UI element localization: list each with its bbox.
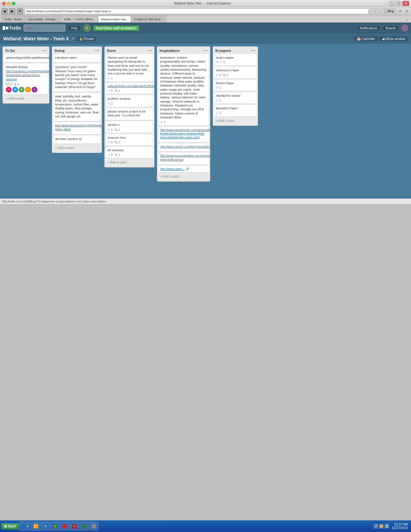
tab-img-weekly[interactable]: Img Weekly - home/p... <box>25 16 60 22</box>
go-button[interactable]: → <box>370 8 379 14</box>
app1-icon <box>63 524 67 528</box>
card-done-7[interactable]: alt sessions ✓ 0 📎 1 <box>106 147 153 158</box>
card-lit-3-footer: ✓ 1 <box>216 86 255 89</box>
avatar-3: N <box>19 87 24 93</box>
card-done-3[interactable]: problem analysis ✓ 1 <box>106 95 153 106</box>
add-card-done-btn[interactable]: + Add a card... <box>106 159 153 165</box>
list-lit-papers-menu-btn[interactable]: ⋯ <box>251 48 255 53</box>
taskbar-app1[interactable] <box>60 522 69 531</box>
card-done-1[interactable]: Please send an email apologizing for bei… <box>106 54 153 82</box>
tab-ways[interactable]: 5 Ways to Take Scre... <box>131 16 166 22</box>
window-close-btn[interactable]: ✕ <box>403 1 409 6</box>
list-doing: Doing ⋯ Literature topics Questions: yea… <box>52 46 102 153</box>
card-todo-1[interactable]: optionologyminifar.asp/electronapplicati… <box>4 54 48 62</box>
card-lit-3[interactable]: Peters Paper ✓ 1 <box>214 80 257 91</box>
start-label: Start <box>8 524 16 528</box>
card-insp-2[interactable]: http://www.sensorsmag.com/sensors/leak-l… <box>158 127 209 142</box>
card-done-2[interactable]: webcal://trello.com/calendar/523fc51450a… <box>106 83 153 94</box>
card-doing-3[interactable]: Matt: turbidity, bod, salinity Pete: ph,… <box>53 93 101 121</box>
reload-button[interactable]: ↻ <box>17 8 23 15</box>
card-lit-5[interactable]: Bennett's Paper ✓ 1 <box>214 105 257 116</box>
list-done-menu-btn[interactable]: ⋯ <box>147 48 152 53</box>
card-done-1-text: Please send an email apologizing for bei… <box>108 56 151 76</box>
card-insp-4[interactable]: http://www.practicalandino.com/projects/… <box>158 153 209 164</box>
window-controls <box>2 2 15 5</box>
card-insp-5[interactable]: http://news.open-... 🔗 <box>158 166 209 172</box>
window-restore-btn[interactable]: □ <box>396 1 402 6</box>
card-done-3-check: ✓ 1 <box>108 102 113 105</box>
maximize-button[interactable] <box>12 2 15 5</box>
card-insp-3[interactable]: http://www.upconi.com/blog7/posts/bf=wat… <box>158 143 209 152</box>
tab-trello-site[interactable]: Trello - 1 more1 SBOs... <box>61 16 98 22</box>
add-card-todo-btn[interactable]: + Add a card... <box>4 95 48 102</box>
card-insp-1[interactable]: Brainstorm: Arduino programmable microch… <box>158 54 209 125</box>
tab-wetland[interactable]: Wetland Water Met... <box>98 16 131 22</box>
card-doing-4[interactable]: http://www.agroproperti.no/Wetlands Wate… <box>53 122 101 134</box>
new-staff-banner[interactable]: Root (New staff available!) <box>93 26 139 31</box>
card-done-5-footer: ✓ 1 📎 1 <box>108 128 151 131</box>
avatar-4: R <box>25 87 31 93</box>
window-minimize-btn[interactable]: _ <box>389 1 395 6</box>
sys-icon-2: 📶 <box>379 524 384 528</box>
card-doing-2[interactable]: Questions: year round? Volume? How many … <box>53 64 101 92</box>
list-done-header: Done ⋯ <box>104 46 154 54</box>
card-done-5-check: ✓ 1 <box>108 128 113 131</box>
unknown-icon <box>92 524 96 528</box>
trello-logo-icon <box>3 26 8 30</box>
card-doing-2-text: Questions: year round? Volume? How many … <box>55 65 99 89</box>
card-done-4[interactable]: please rename project to be WetLand - II… <box>106 108 153 120</box>
card-done-5-attach: 📎 1 <box>114 128 120 131</box>
board-header-right: 📅 Calendar ◀ Show window <box>354 36 408 41</box>
tools-icon[interactable]: ⚙ <box>404 9 410 14</box>
explorer-icon <box>34 524 38 528</box>
list-doing-cards: Literature topics Questions: year round?… <box>52 54 102 145</box>
list-todo-menu-btn[interactable]: ⋯ <box>42 48 47 53</box>
card-lit-4[interactable]: needed for review ✓ 1 <box>214 92 257 103</box>
tab-trello-home[interactable]: Trello - Home <box>1 16 24 22</box>
word-icon: W <box>43 524 48 528</box>
card-lit-2[interactable]: Solomon's Paper ✓ 2 📎 7 <box>214 67 257 78</box>
boards-button[interactable]: Boards <box>383 25 399 31</box>
header-search-input[interactable] <box>24 25 65 32</box>
card-lit-5-footer: ✓ 1 <box>216 112 255 115</box>
add-card-inspirations-btn[interactable]: + Add a card... <box>158 173 209 180</box>
forward-button[interactable]: ▶ <box>9 8 15 15</box>
trello-logo: Trello <box>3 25 21 31</box>
board-private-badge: 🔒 Private <box>77 36 96 41</box>
board-title-edit-icon[interactable]: ✎ <box>72 37 74 41</box>
address-bar[interactable]: http://trellotest.com/2/board/IVmLkpC/we… <box>24 8 369 14</box>
start-button[interactable]: ⊞ Start <box>1 523 18 529</box>
card-doing-5[interactable]: decision (section 4) <box>53 135 101 143</box>
show-window-button[interactable]: ◀ Show window <box>379 36 408 41</box>
browser-nav: ◀ ▶ ↻ http://trellotest.com/2/board/IVmL… <box>0 7 411 15</box>
add-card-lit-papers-btn[interactable]: + Add a card... <box>214 118 257 124</box>
calendar-button[interactable]: 📅 Calendar <box>354 36 377 41</box>
card-lit-4-text: needed for review <box>216 94 255 98</box>
close-button[interactable] <box>2 2 6 5</box>
notifications-button[interactable]: Notifications <box>357 25 380 31</box>
minimize-button[interactable] <box>7 2 11 5</box>
card-done-3-footer: ✓ 1 <box>108 102 151 105</box>
add-card-doing-btn[interactable]: + Add a card... <box>53 145 101 151</box>
taskbar-explorer[interactable] <box>31 522 40 531</box>
card-todo-2[interactable]: beautiful displayhttp://sucarbmc.org/202… <box>4 64 48 94</box>
card-lit-1[interactable]: Mufa's paper ✎ ✓ 1 <box>214 54 257 65</box>
board-body: To Do ⋯ optionologyminifar.asp/electrona… <box>0 44 411 199</box>
card-done-6[interactable]: treasure time ✓ 0 📎 1 <box>106 134 153 145</box>
list-inspirations-menu-btn[interactable]: ⋯ <box>203 48 208 53</box>
back-button[interactable]: ◀ <box>1 8 8 15</box>
card-done-5[interactable]: section 1 ✓ 1 📎 1 <box>106 121 153 133</box>
fav-icon[interactable]: ★ <box>397 9 403 14</box>
taskbar-acrobat[interactable]: A <box>70 522 79 531</box>
taskbar-python[interactable] <box>80 522 89 531</box>
taskbar-excel[interactable]: X <box>51 522 60 531</box>
new-tab-button[interactable]: + <box>405 18 410 22</box>
card-lit-5-check: ✓ 1 <box>216 112 221 115</box>
taskbar-word[interactable]: W <box>41 522 50 531</box>
help-button[interactable]: Help <box>68 25 81 31</box>
list-doing-menu-btn[interactable]: ⋯ <box>95 48 99 53</box>
card-doing-1[interactable]: Literature topics <box>53 54 101 62</box>
taskbar-unknown[interactable] <box>89 522 98 531</box>
search-bar-input[interactable]: 🔍 Bing <box>380 8 396 14</box>
taskbar-ie[interactable]: e <box>19 522 31 531</box>
